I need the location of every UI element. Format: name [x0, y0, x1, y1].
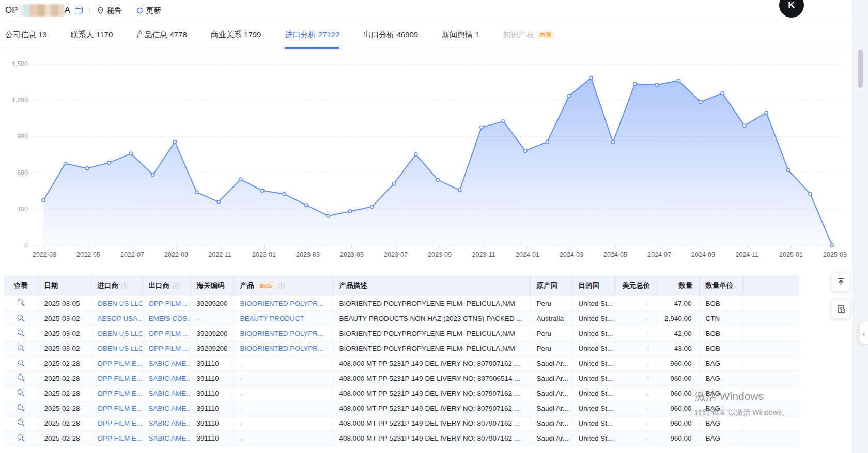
importer-link[interactable]: OBEN US LLC	[98, 300, 143, 307]
product-link[interactable]: BIOORIENTED POLYPR...	[240, 345, 324, 352]
tab-label: 出口分析 46909	[363, 30, 418, 40]
tab-contacts[interactable]: 联系人 1170	[71, 21, 113, 49]
data-point-2024-03[interactable]	[568, 94, 571, 97]
product-link[interactable]: -	[240, 389, 243, 397]
data-point-2024-10[interactable]	[721, 91, 724, 95]
importer-link[interactable]: OPP FILM E...	[98, 374, 143, 382]
data-point-2023-08[interactable]	[414, 153, 417, 156]
product-link[interactable]: -	[240, 419, 243, 427]
exporter-link[interactable]: SABIC AME...	[149, 419, 191, 427]
product-link[interactable]: -	[240, 404, 243, 412]
data-point-2023-04[interactable]	[327, 214, 330, 217]
tab-intellectual-property[interactable]: 知识产权内测	[503, 21, 554, 49]
importer-link[interactable]: OPP FILM E...	[98, 389, 143, 397]
data-point-2024-12[interactable]	[765, 111, 768, 114]
data-point-2024-01[interactable]	[524, 149, 527, 152]
product-link[interactable]: BIOORIENTED POLYPR...	[240, 330, 324, 337]
data-point-2022-06[interactable]	[107, 161, 111, 164]
data-point-2024-02[interactable]	[546, 140, 549, 144]
exporter-link[interactable]: OPP FILM ...	[149, 300, 189, 307]
data-point-2024-09[interactable]	[699, 100, 702, 103]
collapse-panel-handle[interactable]: ‹	[859, 322, 868, 345]
exporter-link[interactable]: SABIC AME...	[149, 404, 191, 412]
data-point-2022-03[interactable]	[42, 199, 45, 202]
cell-quantity: 42.00	[657, 326, 699, 341]
location-button[interactable]: 秘鲁	[97, 6, 122, 15]
data-point-2022-08[interactable]	[151, 173, 154, 176]
view-detail-search-icon[interactable]	[17, 434, 25, 442]
back-to-top-button[interactable]	[831, 272, 850, 291]
data-point-2023-11[interactable]	[480, 126, 483, 129]
importer-link[interactable]: OPP FILM E...	[98, 419, 143, 427]
exporter-link[interactable]: OPP FILM ...	[149, 345, 189, 352]
data-point-2023-09[interactable]	[436, 178, 439, 181]
view-detail-search-icon[interactable]	[17, 359, 25, 367]
view-detail-search-icon[interactable]	[17, 299, 25, 306]
scrollbar-track[interactable]	[853, 0, 868, 453]
view-detail-search-icon[interactable]	[17, 419, 25, 427]
data-point-2024-05[interactable]	[611, 140, 614, 144]
data-point-2025-02[interactable]	[809, 192, 812, 195]
view-detail-search-icon[interactable]	[17, 314, 25, 322]
app-logo[interactable]: K	[779, 0, 804, 18]
importer-link[interactable]: OPP FILM E...	[98, 360, 143, 367]
importer-link[interactable]: AESOP USA ...	[98, 315, 143, 322]
tab-import-analysis[interactable]: 进口分析 27122	[285, 21, 339, 49]
tab-product-info[interactable]: 产品信息 4778	[136, 21, 187, 49]
view-detail-search-icon[interactable]	[17, 404, 25, 412]
tab-export-analysis[interactable]: 出口分析 46909	[363, 21, 418, 49]
view-detail-search-icon[interactable]	[17, 344, 25, 352]
exporter-link[interactable]: SABIC AME...	[149, 360, 191, 367]
refresh-button[interactable]: 更新	[136, 6, 161, 15]
view-detail-search-icon[interactable]	[17, 389, 25, 397]
scrollbar-thumb[interactable]	[858, 50, 863, 88]
importer-link[interactable]: OPP FILM E...	[98, 404, 143, 412]
report-history-button[interactable]	[831, 299, 850, 318]
importer-link[interactable]: OBEN US LLC	[98, 345, 143, 352]
data-point-2023-07[interactable]	[392, 182, 395, 185]
exporter-link[interactable]: SABIC AME...	[149, 389, 191, 397]
view-detail-search-icon[interactable]	[17, 374, 25, 382]
data-point-2024-04[interactable]	[590, 76, 593, 80]
tab-business-relations[interactable]: 商业关系 1799	[211, 21, 261, 49]
area-chart-svg[interactable]: 03006009001,2001,5002022-032022-052022-0…	[0, 49, 847, 262]
data-point-2023-02[interactable]	[283, 192, 286, 195]
product-link[interactable]: -	[240, 434, 243, 442]
data-point-2022-10[interactable]	[195, 191, 198, 194]
importer-link[interactable]: OBEN US LLC	[98, 330, 143, 337]
data-point-2022-09[interactable]	[173, 140, 176, 144]
data-point-2023-12[interactable]	[502, 120, 505, 123]
data-point-2022-12[interactable]	[239, 178, 242, 181]
info-icon[interactable]: i	[173, 283, 179, 289]
data-point-2025-03[interactable]	[830, 243, 833, 246]
product-link[interactable]: BEAUTY PRODUCT	[240, 315, 304, 322]
exporter-link[interactable]: OPP FILM ...	[149, 330, 189, 337]
product-link[interactable]: -	[240, 360, 243, 367]
data-point-2025-01[interactable]	[787, 168, 790, 171]
data-point-2022-11[interactable]	[217, 200, 220, 204]
exporter-link[interactable]: EMEIS COS...	[149, 315, 191, 322]
tab-company-info[interactable]: 公司信息 13	[5, 21, 47, 49]
data-point-2024-08[interactable]	[677, 79, 680, 82]
data-point-2022-07[interactable]	[130, 152, 133, 155]
data-point-2022-05[interactable]	[86, 167, 89, 170]
exporter-link[interactable]: SABIC AME...	[149, 434, 191, 442]
data-point-2022-04[interactable]	[64, 162, 67, 165]
view-detail-search-icon[interactable]	[17, 329, 25, 337]
data-point-2023-01[interactable]	[261, 189, 264, 192]
data-point-2024-06[interactable]	[633, 82, 637, 85]
data-point-2023-03[interactable]	[305, 204, 308, 207]
data-point-2024-11[interactable]	[743, 124, 746, 127]
info-icon[interactable]: i	[278, 283, 285, 289]
data-point-2023-10[interactable]	[458, 189, 461, 192]
product-link[interactable]: -	[240, 374, 243, 382]
data-point-2024-07[interactable]	[655, 83, 658, 86]
data-point-2023-06[interactable]	[370, 205, 374, 208]
tab-news-sentiment[interactable]: 新闻舆情 1	[442, 21, 479, 49]
data-point-2023-05[interactable]	[349, 210, 352, 213]
product-link[interactable]: BIOORIENTED POLYPR...	[240, 300, 324, 307]
copy-icon[interactable]	[75, 7, 83, 14]
info-icon[interactable]: i	[121, 283, 128, 289]
exporter-link[interactable]: SABIC AME...	[149, 374, 191, 382]
importer-link[interactable]: OPP FILM E...	[98, 434, 143, 442]
